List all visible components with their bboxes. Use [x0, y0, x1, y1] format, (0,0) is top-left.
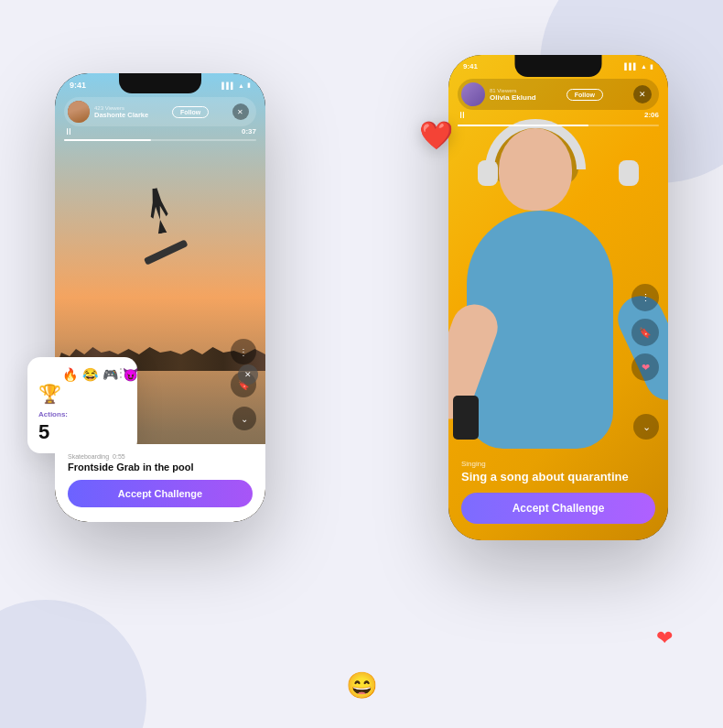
phone1-category-time: Skateboarding 0:55: [68, 453, 253, 460]
phone2-user-info: 81 Viewers Olivia Eklund: [461, 82, 536, 106]
floating-heart-br-decoration: ❤: [656, 626, 673, 650]
phone1-video-controls: ⏸ 0:37: [64, 126, 256, 136]
phone1-accept-button[interactable]: Accept Challenge: [68, 480, 253, 507]
phone2-challenge-title: Sing a song about quarantine: [461, 470, 655, 484]
phone1-video-time: 0:37: [242, 127, 256, 136]
phone2-heart-icon[interactable]: ❤: [631, 353, 659, 381]
phone1-pause-icon[interactable]: ⏸: [64, 126, 73, 136]
signal-icon: ▌▌▌: [221, 82, 235, 89]
p2-wifi-icon: ▲: [641, 63, 647, 70]
phone1-bottom-panel: Skateboarding 0:55 Frontside Grab in the…: [55, 444, 265, 522]
phone2: 9:41 ▌▌▌ ▲ ▮ 81 Viewers Olivia Eklund Fo…: [448, 55, 668, 540]
phone2-follow-button[interactable]: Follow: [567, 89, 603, 101]
phone2-action-icons: ⋮ 🔖 ❤: [631, 284, 659, 381]
phone1-more-icon[interactable]: ⋮: [231, 339, 256, 364]
emoji-laugh[interactable]: 😂: [82, 367, 98, 382]
p2-battery-icon: ▮: [650, 63, 653, 71]
phone2-user-text: 81 Viewers Olivia Eklund: [490, 88, 536, 102]
phone2-video-time: 2:06: [644, 111, 659, 119]
card-trophy-icon: 🏆: [38, 383, 126, 405]
phone2-bookmark-icon[interactable]: 🔖: [631, 319, 659, 346]
phone1-status-icons: ▌▌▌ ▲ ▮: [221, 81, 251, 89]
emoji-devil[interactable]: 😈: [123, 367, 138, 382]
singer-head: [499, 128, 572, 211]
phone1-user-text: 423 Viewers Dashonte Clarke: [94, 105, 148, 119]
phone1-user-info: 423 Viewers Dashonte Clarke: [68, 101, 148, 123]
phone1-category: Skateboarding: [68, 453, 109, 460]
emoji-fire[interactable]: 🔥: [62, 367, 78, 382]
phone1-chevron-down[interactable]: ⌄: [232, 407, 256, 430]
phone1-topbar: 423 Viewers Dashonte Clarke Follow ✕: [64, 97, 256, 126]
phone1-progress-fill: [64, 139, 151, 141]
headphone-ear-left: [478, 160, 498, 186]
skater-person: [144, 186, 173, 234]
battery-icon: ▮: [247, 81, 251, 89]
phone1: 9:41 ▌▌▌ ▲ ▮ 423 Viewers Dashonte Clarke: [55, 73, 265, 522]
main-scene: 9:41 ▌▌▌ ▲ ▮ 423 Viewers Dashonte Clarke: [0, 0, 723, 728]
phone2-avatar: [461, 82, 485, 106]
phone2-accept-button[interactable]: Accept Challenge: [461, 493, 655, 524]
phone1-inner: 9:41 ▌▌▌ ▲ ▮ 423 Viewers Dashonte Clarke: [55, 73, 265, 522]
phone2-status-icons: ▌▌▌ ▲ ▮: [624, 63, 653, 71]
phone2-progress-fill: [458, 125, 588, 126]
floating-heart-decoration: ❤️: [419, 119, 453, 151]
phone1-follow-button[interactable]: Follow: [172, 106, 209, 118]
emoji-bar-close[interactable]: ✕: [238, 364, 258, 385]
singer-figure: [448, 110, 668, 449]
card-label: Actions:: [38, 410, 126, 418]
phone2-chevron-down[interactable]: ⌄: [633, 414, 659, 440]
floating-emoji-decoration: 😄: [346, 670, 378, 701]
phone2-pause-icon[interactable]: ⏸: [458, 110, 467, 120]
singer-held-phone: [453, 396, 479, 440]
phone1-duration: 0:55: [113, 453, 125, 460]
phone2-category: Singing: [461, 460, 655, 468]
phone1-time: 9:41: [70, 81, 86, 90]
phone2-time: 9:41: [463, 62, 478, 71]
phone2-progress-bar[interactable]: [458, 125, 659, 126]
phone1-emoji-bar: 🔥 😂 🎮 😈 ✕: [62, 364, 258, 385]
phone1-progress-bar[interactable]: [64, 139, 256, 141]
avatar-face: [68, 101, 90, 123]
phone2-close-button[interactable]: ✕: [633, 85, 652, 103]
phone1-challenge-title: Frontside Grab in the pool: [68, 462, 253, 473]
phone1-avatar: [68, 101, 90, 123]
phone2-username: Olivia Eklund: [490, 93, 536, 102]
phone2-more-icon[interactable]: ⋮: [631, 284, 659, 311]
phone2-topbar: 81 Viewers Olivia Eklund Follow ✕: [458, 79, 659, 110]
phone1-username: Dashonte Clarke: [94, 111, 148, 119]
card-value: 5: [38, 420, 126, 444]
phone2-status-bar: 9:41 ▌▌▌ ▲ ▮: [463, 62, 653, 71]
wifi-icon: ▲: [238, 82, 244, 89]
emoji-game[interactable]: 🎮: [103, 367, 118, 382]
headphone-ear-right: [619, 160, 639, 186]
phone1-close-button[interactable]: ✕: [232, 103, 249, 120]
p2-signal-icon: ▌▌▌: [624, 63, 638, 70]
phone2-video-controls: ⏸ 2:06: [458, 110, 659, 120]
phone2-bottom-overlay: Singing Sing a song about quarantine Acc…: [448, 449, 668, 540]
phone1-status-bar: 9:41 ▌▌▌ ▲ ▮: [70, 81, 251, 90]
